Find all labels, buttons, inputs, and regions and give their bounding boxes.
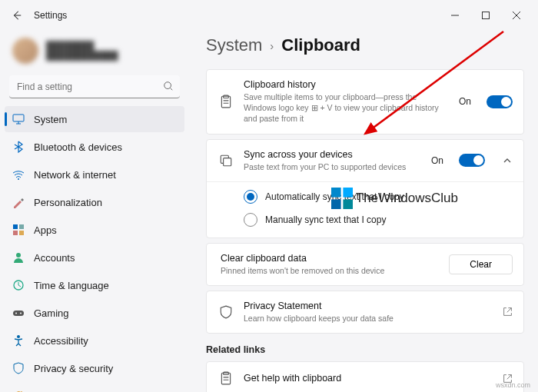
nav-item-network[interactable]: Network & internet — [5, 161, 184, 188]
nav-label: Apps — [34, 224, 57, 236]
gaming-icon — [12, 307, 25, 319]
svg-rect-10 — [13, 311, 24, 316]
window-title: Settings — [34, 10, 67, 21]
footer-watermark: wsxdn.com — [496, 381, 530, 389]
privacy-card[interactable]: Privacy Statement Learn how clipboard ke… — [206, 291, 524, 334]
nav-label: Accessibility — [34, 335, 88, 347]
svg-rect-4 — [13, 224, 18, 229]
sync-expand-row[interactable]: Sync across your devices Paste text from… — [207, 140, 523, 181]
card-desc: Learn how clipboard keeps your data safe — [244, 313, 493, 324]
nav-label: Network & internet — [34, 169, 116, 181]
bluetooth-icon — [12, 141, 25, 153]
clipboard-history-card: Clipboard history Save multiple items to… — [206, 69, 524, 135]
svg-point-12 — [20, 313, 22, 314]
network-icon — [12, 168, 25, 181]
accessibility-icon — [12, 334, 25, 347]
close-button[interactable] — [501, 5, 532, 26]
nav-list: System Bluetooth & devices Network & int… — [5, 106, 184, 392]
sidebar: ████████ ████████████ System Bluetooth &… — [0, 31, 189, 392]
svg-point-8 — [16, 253, 21, 257]
external-link-icon — [503, 307, 513, 317]
personalization-icon — [12, 196, 25, 208]
nav-item-update[interactable]: Windows Update — [5, 383, 184, 392]
radio-indicator — [244, 190, 257, 204]
window-controls — [440, 5, 532, 26]
nav-item-privacy[interactable]: Privacy & security — [5, 355, 184, 381]
time-icon — [12, 279, 25, 291]
shield-icon — [218, 305, 234, 319]
history-toggle[interactable] — [487, 95, 513, 108]
sync-options: Automatically sync text that I copy Manu… — [207, 181, 523, 238]
svg-rect-6 — [13, 231, 18, 235]
sync-icon — [218, 154, 234, 168]
svg-point-11 — [15, 313, 17, 314]
svg-rect-7 — [19, 231, 24, 235]
card-title: Get help with clipboard — [244, 373, 493, 384]
privacy-icon — [12, 362, 25, 374]
svg-rect-17 — [224, 158, 231, 165]
clipboard-icon — [218, 371, 234, 385]
nav-label: Accounts — [34, 252, 75, 264]
breadcrumb-parent[interactable]: System — [206, 35, 262, 55]
card-title: Privacy Statement — [244, 301, 493, 311]
radio-label: Automatically sync text that I copy — [265, 191, 404, 202]
sync-toggle[interactable] — [459, 154, 485, 167]
help-card[interactable]: Get help with clipboard — [206, 361, 524, 392]
toggle-status: On — [431, 155, 443, 166]
profile-section[interactable]: ████████ ████████████ — [5, 31, 184, 71]
chevron-right-icon: › — [270, 39, 274, 52]
card-desc: Pinned items won't be removed on this de… — [221, 265, 440, 276]
system-icon — [12, 113, 25, 125]
toggle-status: On — [459, 96, 471, 107]
breadcrumb: System › Clipboard — [206, 35, 524, 55]
chevron-up-icon — [502, 156, 513, 165]
nav-item-accounts[interactable]: Accounts — [5, 244, 184, 271]
search-icon — [163, 81, 174, 91]
svg-point-3 — [18, 178, 19, 180]
radio-auto-sync[interactable]: Automatically sync text that I copy — [244, 190, 513, 204]
radio-manual-sync[interactable]: Manually sync text that I copy — [244, 213, 513, 227]
card-title: Clipboard history — [244, 79, 450, 90]
nav-item-bluetooth[interactable]: Bluetooth & devices — [5, 134, 184, 160]
nav-item-time[interactable]: Time & language — [5, 272, 184, 298]
card-title: Sync across your devices — [244, 149, 422, 160]
nav-label: Privacy & security — [34, 363, 113, 374]
clear-button[interactable]: Clear — [449, 254, 513, 274]
profile-text: ████████ ████████████ — [46, 41, 118, 61]
svg-point-1 — [164, 82, 171, 89]
card-desc: Paste text from your PC to supported dev… — [244, 161, 422, 172]
arrow-left-icon — [12, 10, 22, 21]
nav-item-system[interactable]: System — [5, 106, 184, 132]
radio-indicator — [244, 213, 257, 227]
sync-devices-card: Sync across your devices Paste text from… — [206, 139, 524, 238]
svg-rect-0 — [483, 12, 490, 19]
nav-item-personalization[interactable]: Personalization — [5, 189, 184, 215]
nav-label: Personalization — [34, 197, 102, 208]
back-button[interactable] — [6, 5, 28, 26]
breadcrumb-current: Clipboard — [281, 35, 360, 55]
svg-rect-2 — [13, 115, 24, 121]
clear-data-card: Clear clipboard data Pinned items won't … — [206, 243, 524, 286]
titlebar: Settings — [0, 0, 538, 31]
card-desc: Save multiple items to your clipboard—pr… — [244, 91, 450, 125]
nav-label: Gaming — [34, 307, 69, 319]
nav-label: Bluetooth & devices — [34, 141, 122, 153]
nav-label: Time & language — [34, 280, 109, 291]
maximize-button[interactable] — [470, 5, 501, 26]
nav-item-apps[interactable]: Apps — [5, 217, 184, 243]
nav-item-accessibility[interactable]: Accessibility — [5, 327, 184, 354]
accounts-icon — [12, 251, 25, 264]
minimize-button[interactable] — [440, 5, 470, 26]
nav-item-gaming[interactable]: Gaming — [5, 300, 184, 326]
search-input[interactable] — [9, 75, 180, 98]
avatar — [12, 38, 38, 64]
radio-label: Manually sync text that I copy — [265, 214, 386, 225]
apps-icon — [12, 224, 25, 236]
nav-label: System — [34, 114, 67, 125]
related-heading: Related links — [206, 344, 524, 355]
card-title: Clear clipboard data — [221, 253, 440, 264]
svg-rect-5 — [19, 224, 24, 229]
main-content: System › Clipboard Clipboard history Sav… — [189, 31, 538, 392]
clipboard-icon — [218, 95, 234, 108]
svg-point-13 — [17, 335, 20, 338]
